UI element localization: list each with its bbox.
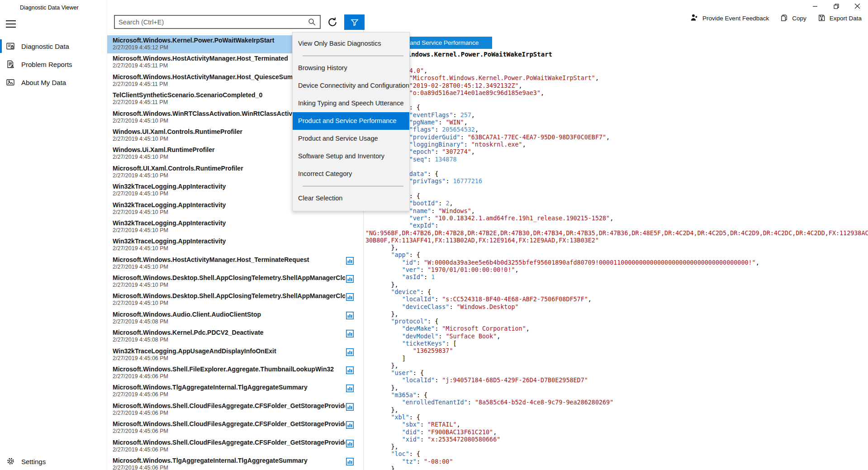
- json-line: "xbl": {: [365, 414, 868, 421]
- json-line: [365, 185, 868, 193]
- filter-option-software-setup-and-inventory[interactable]: Software Setup and Inventory: [293, 147, 409, 165]
- json-line: },: [365, 407, 868, 414]
- event-title: Microsoft.Windows.Desktop.Shell.AppClosi…: [113, 274, 345, 282]
- event-timestamp: 2/27/2019 4:45:10 PM: [113, 264, 345, 271]
- sidebar-item-problem-reports[interactable]: Problem Reports: [0, 55, 107, 73]
- action-label: Export Data: [830, 15, 862, 22]
- event-row[interactable]: Microsoft.Windows.Desktop.Shell.AppClosi…: [107, 273, 363, 291]
- event-title: Microsoft.Windows.Shell.FileExplorer.Agg…: [113, 365, 345, 373]
- event-row[interactable]: Win32kTraceLogging.AppInteractivity2/27/…: [107, 236, 363, 254]
- json-line: "2019-02-28T00:45:12.3492132Z",: [365, 82, 868, 90]
- chart-icon: [346, 275, 354, 283]
- event-title: Microsoft.Windows.Shell.CloudFilesAggreg…: [113, 402, 345, 410]
- filter-option-browsing-history[interactable]: Browsing History: [293, 59, 409, 77]
- event-row[interactable]: Microsoft.Windows.Audio.Client.AudioClie…: [107, 309, 363, 328]
- event-timestamp: 2/27/2019 4:45:06 PM: [113, 446, 345, 453]
- diagnostic-data-icon: [6, 42, 15, 51]
- event-title: Microsoft.Windows.TlgAggregateInternal.T…: [113, 456, 345, 465]
- action-label: Provide Event Feedback: [702, 15, 769, 22]
- hamburger-menu-button[interactable]: [6, 20, 16, 28]
- chart-icon: [346, 330, 354, 337]
- json-line: },: [365, 385, 868, 392]
- minimize-button[interactable]: [804, 0, 825, 14]
- event-row[interactable]: Microsoft.Windows.Shell.CloudFilesAggreg…: [107, 419, 363, 437]
- sidebar-item-label: Problem Reports: [21, 61, 72, 68]
- filter-option-incorrect-category[interactable]: Incorrect Category: [293, 165, 409, 183]
- event-row[interactable]: Microsoft.Windows.TlgAggregateInternal.T…: [107, 456, 363, 470]
- export-data-button[interactable]: Export Data: [818, 14, 862, 23]
- filter-dropdown-menu: View Only Basic DiagnosticsBrowsing Hist…: [292, 32, 410, 211]
- selected-indicator: [0, 39, 2, 53]
- person-feedback-icon: [690, 14, 698, 23]
- json-line: "devModel": "Surface Book",: [365, 333, 868, 340]
- window-controls: [804, 0, 868, 14]
- filter-option-product-and-service-performance[interactable]: Product and Service Performance: [293, 112, 409, 130]
- filter-button[interactable]: [344, 14, 365, 30]
- event-timestamp: 2/27/2019 4:45:10 PM: [113, 227, 345, 234]
- event-row[interactable]: Win32kTraceLogging.AppInteractivity2/27/…: [107, 218, 363, 236]
- event-title: Win32kTraceLogging.AppInteractivity: [113, 219, 345, 227]
- json-line: "providerGuid": "63BCA7A1-77EC-4EA7-95D0…: [365, 134, 868, 141]
- event-row[interactable]: Microsoft.Windows.Kernel.Pdc.PDCV2_Deact…: [107, 328, 363, 346]
- filter-option-device-connectivity-and-configuration[interactable]: Device Connectivity and Configuration: [293, 77, 409, 95]
- json-line: 30B80F,FX:113AFF41,FX:113B02AD,FX:12E916…: [365, 237, 868, 244]
- event-row[interactable]: Microsoft.Windows.Desktop.Shell.AppClosi…: [107, 291, 363, 309]
- json-line: },: [365, 443, 868, 451]
- close-icon: [854, 3, 860, 11]
- json-line: "asId": 1: [365, 274, 868, 281]
- json-line: },: [365, 244, 868, 252]
- json-line: "expId":: [365, 222, 868, 229]
- json-line: "epoch": "307274",: [365, 148, 868, 156]
- json-line: "NG:956BF,DR:47B26,DR:47B28,DR:47B2E,DR:…: [365, 230, 868, 237]
- restore-button[interactable]: [825, 0, 847, 14]
- close-button[interactable]: [847, 0, 868, 14]
- event-timestamp: 2/27/2019 4:45:08 PM: [113, 337, 345, 343]
- event-row[interactable]: Microsoft.Windows.Shell.FileExplorer.Agg…: [107, 364, 363, 382]
- sidebar-item-label: About My Data: [21, 79, 66, 86]
- event-title: Microsoft.Windows.Shell.CloudFilesAggreg…: [113, 438, 345, 446]
- copy-button[interactable]: Copy: [780, 14, 806, 23]
- event-title: Microsoft.Windows.Kernel.Pdc.PDCV2_Deact…: [113, 328, 345, 337]
- json-line: "privTags": 16777216: [365, 178, 868, 185]
- event-timestamp: 2/27/2019 4:45:06 PM: [113, 465, 345, 470]
- event-row[interactable]: Microsoft.Windows.Shell.CloudFilesAggreg…: [107, 437, 363, 456]
- json-line: 4.0",: [365, 67, 868, 75]
- sidebar-item-diagnostic-data[interactable]: Diagnostic Data: [0, 37, 107, 55]
- search-input[interactable]: [115, 19, 308, 26]
- search-icon: [308, 18, 316, 26]
- chart-icon: [346, 293, 354, 301]
- event-timestamp: 2/27/2019 4:45:06 PM: [113, 391, 345, 398]
- filter-option-view-only-basic-diagnostics[interactable]: View Only Basic Diagnostics: [293, 35, 409, 52]
- detail-action-bar: Provide Event FeedbackCopyExport Data: [690, 14, 862, 23]
- event-row[interactable]: Microsoft.Windows.HostActivityManager.Ho…: [107, 255, 363, 273]
- json-line: "deviceClass": "Windows.Desktop": [365, 304, 868, 311]
- refresh-button[interactable]: [325, 15, 340, 29]
- chart-icon: [346, 257, 354, 265]
- json-line: }: [365, 465, 868, 470]
- export-icon: [818, 14, 825, 23]
- json-line: "xid": "x:2535472080580666": [365, 436, 868, 443]
- event-row[interactable]: Microsoft.Windows.Shell.CloudFilesAggreg…: [107, 401, 363, 419]
- provide-event-feedback-button[interactable]: Provide Event Feedback: [690, 14, 769, 23]
- json-line: adata": {: [365, 171, 868, 178]
- json-line: "pgName": "WIN",: [365, 119, 868, 126]
- json-line: "ver": "1970/01/01:00:00:00!0!",: [365, 266, 868, 274]
- filter-option-product-and-service-usage[interactable]: Product and Service Usage: [293, 130, 409, 147]
- json-line: "localId": "s:CC524318-BF40-4E68-ABF2-75…: [365, 296, 868, 303]
- sidebar-item-settings[interactable]: Settings: [0, 452, 107, 470]
- event-row[interactable]: Microsoft.Windows.TlgAggregateInternal.T…: [107, 382, 363, 400]
- json-line: "bootId": 2,: [365, 200, 868, 207]
- copy-icon: [780, 14, 788, 23]
- filter-option-inking-typing-and-speech-utterance[interactable]: Inking Typing and Speech Utterance: [293, 95, 409, 112]
- json-line: "sbx": "RETAIL",: [365, 421, 868, 428]
- json-line: "localId": "j:94057184-68D5-429F-26D4-D7…: [365, 377, 868, 384]
- search-box: [114, 15, 321, 29]
- settings-gear-icon: [6, 457, 15, 466]
- event-row[interactable]: Win32kTraceLogging.AppUsageAndDisplayInf…: [107, 346, 363, 364]
- sidebar-item-about-my-data[interactable]: About My Data: [0, 73, 107, 91]
- chart-icon: [346, 312, 354, 319]
- json-line: "seq": 134878: [365, 156, 868, 163]
- filter-option-clear-selection[interactable]: Clear Selection: [293, 190, 409, 207]
- chart-icon: [346, 348, 354, 356]
- event-timestamp: 2/27/2019 4:45:10 PM: [113, 300, 345, 307]
